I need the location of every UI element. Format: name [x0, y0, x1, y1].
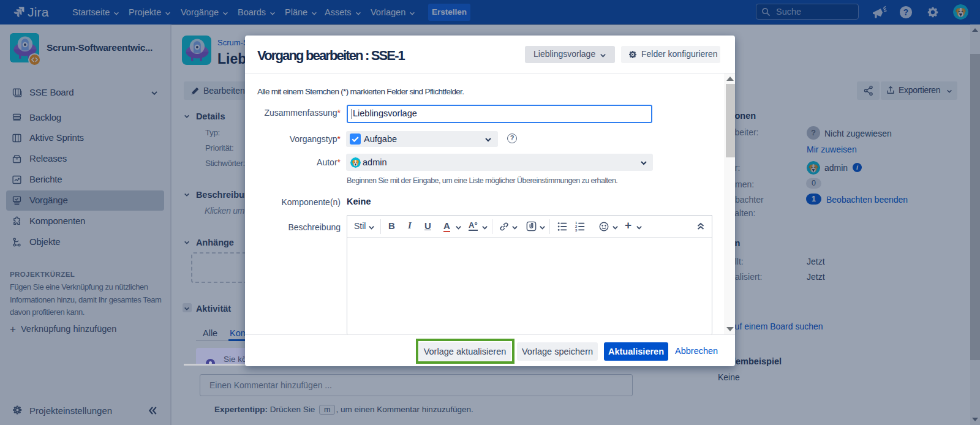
svg-text:3: 3 — [575, 228, 578, 232]
